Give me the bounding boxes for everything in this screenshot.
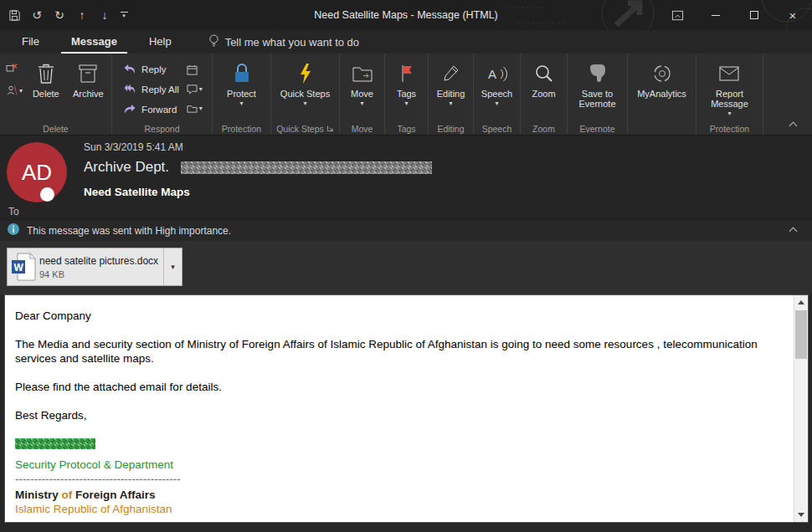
signature-country: Islamic Republic of Afghanistan	[15, 502, 774, 516]
ribbon-group-label: Evernote	[568, 124, 627, 134]
zoom-button[interactable]: Zoom	[522, 56, 566, 123]
myanalytics-button[interactable]: MyAnalytics	[630, 56, 695, 123]
flag-icon	[399, 60, 414, 87]
ribbon-spacer	[763, 54, 812, 135]
ribbon-group-quick-steps: Quick Steps ▾ Quick Steps	[271, 54, 340, 135]
ribbon-group-label: Move	[340, 124, 384, 134]
dropdown-caret-icon: ▾	[449, 100, 452, 107]
button-label: Report Message	[700, 89, 760, 109]
message-body-text: Dear Company The Media and security sect…	[15, 309, 774, 516]
protect-button[interactable]: Protect ▾	[216, 56, 268, 123]
im-icon[interactable]: ▾	[185, 80, 204, 97]
tell-me-box[interactable]: Tell me what you want to do	[208, 30, 359, 54]
reply-button[interactable]: Reply	[120, 60, 182, 79]
scroll-up-button[interactable]	[794, 295, 808, 309]
meeting-icon[interactable]	[185, 61, 204, 78]
folder-icon	[352, 60, 373, 87]
ribbon-group-respond: Reply Reply All Forward	[112, 54, 213, 135]
button-label: Speech	[481, 89, 512, 99]
sender-line: Archive Dept.	[84, 159, 432, 176]
next-item-icon[interactable]: ↓	[94, 3, 116, 27]
signature-department: Security Protocol & Department	[15, 458, 774, 472]
window-controls: ×	[658, 0, 812, 30]
reply-all-icon	[123, 84, 136, 96]
move-button[interactable]: Move ▾	[342, 56, 383, 123]
scrollbar-thumb[interactable]	[795, 310, 807, 359]
ribbon-display-options-icon[interactable]	[658, 0, 696, 30]
save-icon[interactable]	[3, 3, 25, 27]
editing-button[interactable]: Editing ▾	[430, 56, 472, 123]
ribbon-group-editing: Editing ▾ Editing	[429, 54, 474, 135]
collapse-header-button[interactable]	[785, 225, 800, 237]
delete-button[interactable]: Delete	[26, 56, 66, 123]
ribbon-group-label-text: Quick Steps	[276, 124, 324, 134]
ribbon-group-label: Quick Steps	[271, 124, 339, 134]
button-label: Delete	[33, 89, 59, 99]
attachment-card[interactable]: W need satelite pictures.docx 94 KB ▾	[7, 248, 182, 286]
minimize-button[interactable]	[696, 0, 735, 30]
ignore-icon[interactable]	[4, 59, 24, 76]
redo-icon[interactable]: ↻	[49, 3, 70, 27]
body-paragraph-2: Please find the attached email for detai…	[15, 380, 774, 394]
quick-steps-button[interactable]: Quick Steps ▾	[279, 56, 332, 123]
attachment-size: 94 KB	[39, 269, 163, 279]
ribbon-group-move: Move ▾ Move	[340, 54, 385, 135]
ministry-of-text: of	[62, 489, 73, 501]
save-to-evernote-button[interactable]: Save to Evernote	[570, 56, 625, 123]
vertical-scrollbar[interactable]	[794, 295, 808, 522]
quick-access-toolbar: ↺ ↻ ↑ ↓ ▾	[3, 0, 131, 30]
dialog-launcher-icon[interactable]	[326, 124, 334, 134]
pencil-icon	[442, 60, 460, 87]
forward-button[interactable]: Forward	[120, 100, 182, 119]
window-title: Need Satellite Maps - Message (HTML)	[314, 0, 498, 30]
message-body[interactable]: Dear Company The Media and security sect…	[4, 294, 809, 523]
report-message-button[interactable]: Report Message ▾	[700, 56, 760, 123]
sender-name[interactable]: Archive Dept.	[84, 159, 169, 176]
previous-item-icon[interactable]: ↑	[71, 3, 93, 27]
myanalytics-icon	[651, 60, 673, 87]
ribbon-group-label: Protection	[213, 124, 270, 134]
junk-icon[interactable]: ▾	[4, 82, 24, 99]
tab-file[interactable]: File	[12, 30, 49, 54]
dropdown-caret-icon: ▾	[360, 100, 363, 107]
button-label: Editing	[437, 89, 465, 99]
body-paragraph-1: The Media and security section of Minist…	[15, 337, 774, 366]
button-label: Save to Evernote	[570, 89, 625, 109]
maximize-button[interactable]	[735, 0, 773, 30]
tell-me-label: Tell me what you want to do	[225, 36, 359, 49]
ribbon-group-report-protection: Report Message ▾ Protection	[696, 54, 763, 135]
importance-notice: This message was sent with High importan…	[27, 225, 231, 237]
collapse-ribbon-button[interactable]	[785, 120, 800, 130]
lightning-icon	[298, 60, 313, 87]
tab-message[interactable]: Message	[61, 30, 127, 54]
svg-text:W: W	[14, 262, 24, 274]
attachment-well: W need satelite pictures.docx 94 KB ▾	[0, 241, 812, 294]
scroll-down-button[interactable]	[794, 508, 808, 522]
attachment-dropdown-button[interactable]: ▾	[163, 248, 182, 285]
ribbon-group-label: Tags	[385, 124, 428, 134]
avatar[interactable]: AD	[7, 142, 67, 202]
archive-icon	[78, 60, 98, 87]
ribbon-group-label: Speech	[474, 124, 520, 134]
button-label: Move	[351, 89, 373, 99]
tab-help[interactable]: Help	[139, 30, 182, 54]
importance-infobar: This message was sent with High importan…	[0, 219, 812, 241]
undo-icon[interactable]: ↺	[26, 3, 48, 27]
reply-all-button[interactable]: Reply All	[120, 80, 182, 99]
forward-icon	[123, 104, 136, 116]
customize-qat-icon[interactable]: ▾	[116, 3, 131, 27]
button-label: MyAnalytics	[637, 89, 686, 99]
more-respond-icon[interactable]: ▾	[185, 100, 204, 116]
speech-button[interactable]: A Speech ▾	[475, 56, 519, 123]
titlebar: ↺ ↻ ↑ ↓ ▾ Need Satellite Maps - Message …	[0, 0, 812, 30]
outlook-message-window: ↺ ↻ ↑ ↓ ▾ Need Satellite Maps - Message …	[0, 0, 812, 532]
to-label: To	[8, 206, 19, 217]
trash-icon	[38, 60, 54, 87]
body-greeting: Dear Company	[15, 309, 774, 323]
tags-button[interactable]: Tags ▾	[387, 56, 427, 123]
close-button[interactable]: ×	[773, 0, 812, 30]
ribbon-tabs: File Message Help Tell me what you want …	[0, 30, 812, 54]
archive-button[interactable]: Archive	[66, 56, 110, 123]
button-label: Zoom	[532, 89, 555, 99]
message-header: AD Sun 3/3/2019 5:41 AM Archive Dept. Ne…	[0, 136, 812, 219]
